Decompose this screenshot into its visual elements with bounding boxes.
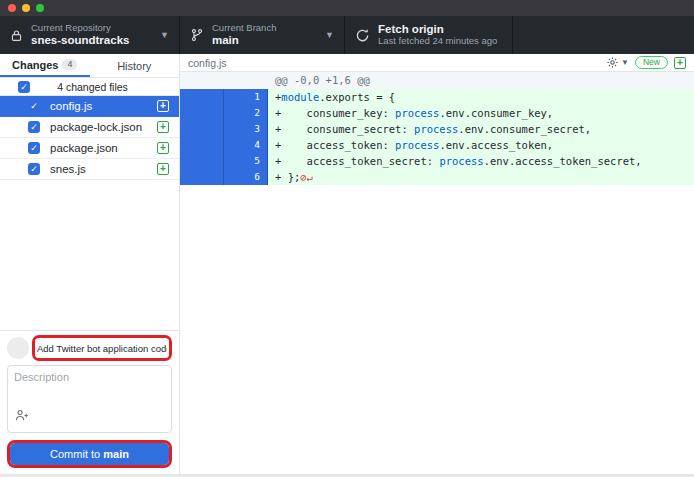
tab-changes-label: Changes <box>12 59 58 71</box>
file-row[interactable]: ✓package-lock.json+ <box>0 117 179 138</box>
commit-summary-input[interactable] <box>35 339 169 358</box>
file-row[interactable]: ✓snes.js+ <box>0 159 179 180</box>
tab-changes[interactable]: Changes 4 <box>0 54 90 77</box>
diff-lines: 1+module.exports = {2+ consumer_key: pro… <box>180 89 694 185</box>
file-status-added-icon: + <box>157 121 169 133</box>
close-window-button[interactable] <box>8 4 16 12</box>
diff-line[interactable]: 2+ consumer_key: process.env.consumer_ke… <box>180 105 694 121</box>
current-branch-label: Current Branch <box>212 23 317 34</box>
branch-icon <box>190 28 204 42</box>
diff-gutter-new[interactable]: 5 <box>224 153 268 169</box>
avatar <box>7 337 29 359</box>
file-name: package.json <box>50 142 147 154</box>
file-status-added-icon: + <box>157 163 169 175</box>
main-area: Changes 4 History ✓ 4 changed files ✓con… <box>0 54 694 474</box>
diff-line[interactable]: 6+ };⊘↵ <box>180 169 694 185</box>
diff-gutter-old[interactable] <box>180 153 224 169</box>
diff-line[interactable]: 4+ access_token: process.env.access_toke… <box>180 137 694 153</box>
file-name: config.js <box>50 100 147 112</box>
tab-history-label: History <box>117 60 151 72</box>
diff-line-text: + consumer_key: process.env.consumer_key… <box>268 105 694 121</box>
diff-gutter-old[interactable] <box>180 121 224 137</box>
file-added-status-icon: + <box>674 57 686 69</box>
current-branch-dropdown[interactable]: Current Branch main ▼ <box>180 16 345 54</box>
chevron-down-icon: ▼ <box>621 58 629 67</box>
file-list: ✓config.js+✓package-lock.json+✓package.j… <box>0 96 179 180</box>
diff-line-text: + consumer_secret: process.env.consumer_… <box>268 121 694 137</box>
toolbar: Current Repository snes-soundtracks ▼ Cu… <box>0 16 694 54</box>
changed-files-header: ✓ 4 changed files <box>0 78 179 96</box>
tab-history[interactable]: History <box>90 54 180 77</box>
diff-hunk-header[interactable]: @@ -0,0 +1,6 @@ <box>180 72 694 89</box>
commit-panel: Description Commit to main <box>0 330 179 474</box>
lock-icon <box>10 29 23 42</box>
commit-summary-row <box>7 335 172 361</box>
changes-count-badge: 4 <box>62 59 77 71</box>
diff-gutter-new[interactable]: 6 <box>224 169 268 185</box>
diff-gutter-new[interactable]: 2 <box>224 105 268 121</box>
file-checkbox[interactable]: ✓ <box>28 100 40 112</box>
current-repository-label: Current Repository <box>31 23 152 34</box>
summary-annotation-highlight <box>32 335 172 361</box>
minimize-window-button[interactable] <box>22 4 30 12</box>
diff-gutter-old[interactable] <box>180 169 224 185</box>
file-checkbox[interactable]: ✓ <box>28 121 40 133</box>
add-coauthor-icon[interactable] <box>14 408 165 427</box>
diff-line[interactable]: 3+ consumer_secret: process.env.consumer… <box>180 121 694 137</box>
file-checkbox[interactable]: ✓ <box>28 142 40 154</box>
diff-file-name: config.js <box>188 57 227 69</box>
github-desktop-window: Current Repository snes-soundtracks ▼ Cu… <box>0 0 694 477</box>
commit-to-main-button[interactable]: Commit to main <box>10 443 169 465</box>
chevron-down-icon: ▼ <box>160 30 169 40</box>
file-name: package-lock.json <box>50 121 147 133</box>
file-status-added-icon: + <box>157 100 169 112</box>
file-name: snes.js <box>50 163 147 175</box>
diff-gutter-new[interactable]: 4 <box>224 137 268 153</box>
file-row[interactable]: ✓package.json+ <box>0 138 179 159</box>
diff-gutter-old[interactable] <box>180 137 224 153</box>
new-file-badge: New <box>635 56 668 69</box>
chevron-down-icon: ▼ <box>325 30 334 40</box>
diff-gutter-new[interactable]: 1 <box>224 89 268 105</box>
diff-panel: config.js ▼ New + @@ -0,0 +1,6 @@ 1+modu… <box>180 54 694 474</box>
maximize-window-button[interactable] <box>36 4 44 12</box>
diff-gutter-old[interactable] <box>180 89 224 105</box>
diff-body: @@ -0,0 +1,6 @@ 1+module.exports = {2+ c… <box>180 72 694 474</box>
description-placeholder: Description <box>14 371 165 383</box>
file-checkbox[interactable]: ✓ <box>28 163 40 175</box>
select-all-checkbox[interactable]: ✓ <box>18 81 30 93</box>
sidebar: Changes 4 History ✓ 4 changed files ✓con… <box>0 54 180 474</box>
diff-options-dropdown[interactable]: ▼ <box>606 56 629 69</box>
file-row[interactable]: ✓config.js+ <box>0 96 179 117</box>
diff-line-text: + };⊘↵ <box>268 169 694 185</box>
commit-description-field[interactable]: Description <box>7 365 172 433</box>
diff-line[interactable]: 1+module.exports = { <box>180 89 694 105</box>
diff-header: config.js ▼ New + <box>180 54 694 72</box>
sync-icon <box>355 28 370 43</box>
commit-button-annotation-highlight: Commit to main <box>7 440 172 468</box>
current-branch-name: main <box>212 34 317 47</box>
diff-line-text: + access_token: process.env.access_token… <box>268 137 694 153</box>
changed-files-count: 4 changed files <box>30 81 155 93</box>
diff-line-text: + access_token_secret: process.env.acces… <box>268 153 694 169</box>
diff-gutter-new[interactable]: 3 <box>224 121 268 137</box>
last-fetched-text: Last fetched 24 minutes ago <box>378 36 502 47</box>
diff-gutter-old[interactable] <box>180 105 224 121</box>
current-repository-dropdown[interactable]: Current Repository snes-soundtracks ▼ <box>0 16 180 54</box>
gear-icon <box>606 56 619 69</box>
file-status-added-icon: + <box>157 142 169 154</box>
fetch-origin-button[interactable]: Fetch origin Last fetched 24 minutes ago <box>345 16 513 54</box>
titlebar <box>0 0 694 16</box>
diff-line-text: +module.exports = { <box>268 89 694 105</box>
sidebar-tabbar: Changes 4 History <box>0 54 179 78</box>
diff-line[interactable]: 5+ access_token_secret: process.env.acce… <box>180 153 694 169</box>
current-repository-name: snes-soundtracks <box>31 34 152 47</box>
